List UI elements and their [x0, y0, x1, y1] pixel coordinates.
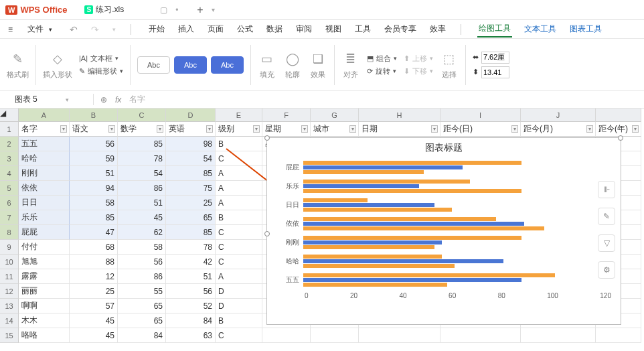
cell[interactable]: 啊啊: [19, 299, 70, 313]
cell[interactable]: 62: [118, 225, 166, 240]
row-header[interactable]: 2: [0, 137, 19, 151]
cell[interactable]: 木木: [19, 313, 70, 328]
cell[interactable]: 45: [70, 328, 118, 343]
chart-title[interactable]: 图表标题: [267, 138, 621, 158]
cell[interactable]: 78: [166, 240, 216, 255]
chart-bar[interactable]: [303, 189, 521, 193]
cell[interactable]: 65: [118, 299, 166, 313]
cell[interactable]: 54: [118, 166, 166, 181]
cell[interactable]: [596, 328, 641, 343]
chart-bar[interactable]: [303, 245, 434, 249]
row-header[interactable]: 9: [0, 240, 19, 255]
filter-icon[interactable]: ▽: [598, 234, 615, 252]
shape-style-gallery[interactable]: Abc Abc Abc: [137, 56, 244, 74]
chart-bar[interactable]: [303, 184, 419, 188]
select-button[interactable]: ⬚选择: [440, 50, 459, 80]
move-up-button[interactable]: ⬆上移▾: [404, 54, 433, 64]
cell[interactable]: A: [216, 166, 262, 181]
table-header[interactable]: 距今(日): [440, 122, 521, 137]
cell[interactable]: 哈哈: [19, 151, 70, 166]
cell[interactable]: 25: [166, 196, 216, 210]
chart-bar[interactable]: [303, 283, 447, 287]
row-header[interactable]: 1: [0, 122, 19, 137]
row-header[interactable]: 14: [0, 313, 19, 328]
cell[interactable]: 刚刚: [19, 166, 70, 181]
cell[interactable]: 58: [118, 240, 166, 255]
cell[interactable]: 日日: [19, 196, 70, 210]
cell[interactable]: 45: [118, 210, 166, 225]
cell[interactable]: 屁屁: [19, 225, 70, 240]
cell[interactable]: 乐乐: [19, 210, 70, 225]
name-box[interactable]: 图表 5 ▾: [0, 94, 94, 105]
row-header[interactable]: 11: [0, 269, 19, 284]
row-header[interactable]: 12: [0, 284, 19, 299]
chart-handle[interactable]: [264, 135, 270, 141]
edit-icon[interactable]: ✎: [598, 208, 615, 225]
document-tab[interactable]: S 练习.xls ▢ •: [79, 1, 183, 18]
align-button[interactable]: ≣对齐: [341, 50, 360, 80]
cell[interactable]: C: [216, 255, 262, 269]
cell[interactable]: 55: [118, 284, 166, 299]
chart-plot-area[interactable]: 屁屁乐乐日日依依刚刚哈哈五五020406080100120: [267, 158, 621, 306]
col-header-A[interactable]: A: [19, 109, 70, 122]
menu-formula[interactable]: 公式: [236, 22, 254, 36]
width-input[interactable]: ⬌: [473, 52, 509, 64]
cell[interactable]: 68: [70, 240, 118, 255]
menu-view[interactable]: 视图: [324, 22, 343, 36]
table-header[interactable]: 日期: [359, 122, 440, 137]
table-header[interactable]: 城市: [311, 122, 359, 137]
settings-icon[interactable]: ⚙: [598, 261, 615, 279]
cell[interactable]: 58: [70, 196, 118, 210]
table-header[interactable]: 英语: [166, 122, 216, 137]
cell[interactable]: 63: [166, 328, 216, 343]
spreadsheet[interactable]: ◢ 123456789101112131415 ABCDEFGHIJ 名字语文数…: [0, 109, 644, 343]
outline-button[interactable]: ◯轮廓: [283, 50, 302, 80]
chart-bar[interactable]: [303, 180, 470, 184]
menu-page[interactable]: 页面: [206, 22, 225, 36]
menu-data[interactable]: 数据: [265, 22, 284, 36]
cell[interactable]: 旭旭: [19, 255, 70, 269]
menu-text-tool[interactable]: 文本工具: [523, 22, 558, 36]
cell[interactable]: [311, 328, 359, 343]
cell[interactable]: 丽丽: [19, 284, 70, 299]
cell[interactable]: A: [216, 269, 262, 284]
chart-bar[interactable]: [303, 161, 521, 165]
chart-bar[interactable]: [303, 203, 434, 207]
row-header[interactable]: 4: [0, 166, 19, 181]
cell[interactable]: 85: [166, 166, 216, 181]
cell[interactable]: A: [216, 196, 262, 210]
cell[interactable]: C: [216, 240, 262, 255]
cell[interactable]: 85: [166, 225, 216, 240]
cell[interactable]: 露露: [19, 269, 70, 284]
col-header-H[interactable]: H: [359, 109, 440, 122]
shape-style-2[interactable]: Abc: [174, 56, 207, 74]
cell[interactable]: [440, 328, 521, 343]
tab-dot-icon[interactable]: •: [175, 5, 178, 15]
col-header-k[interactable]: [596, 109, 641, 122]
cell[interactable]: 54: [166, 151, 216, 166]
cell[interactable]: D: [216, 299, 262, 313]
redo-button[interactable]: ↷: [90, 23, 100, 36]
cell[interactable]: 56: [118, 255, 166, 269]
menu-vip[interactable]: 会员专享: [383, 22, 418, 36]
fill-button[interactable]: ▭填充: [258, 50, 276, 80]
cell[interactable]: 57: [70, 299, 118, 313]
cell[interactable]: C: [216, 225, 262, 240]
cell[interactable]: C: [216, 151, 262, 166]
menu-start[interactable]: 开始: [147, 22, 166, 36]
cell[interactable]: 咯咯: [19, 328, 70, 343]
col-header-C[interactable]: C: [118, 109, 166, 122]
cell[interactable]: 59: [70, 151, 118, 166]
cell[interactable]: A: [216, 181, 262, 196]
chart-bar[interactable]: [303, 217, 496, 221]
cell[interactable]: 75: [166, 181, 216, 196]
menu-efficiency[interactable]: 效率: [428, 22, 447, 36]
height-input[interactable]: ⬍: [473, 66, 509, 78]
name-box-dropdown-icon[interactable]: ▾: [47, 96, 88, 103]
chart-bar[interactable]: [303, 226, 544, 230]
col-header-D[interactable]: D: [166, 109, 216, 122]
cell[interactable]: 84: [118, 328, 166, 343]
row-header[interactable]: 13: [0, 299, 19, 313]
text-box-button[interactable]: |A|文本框▾: [79, 54, 123, 64]
cell[interactable]: 45: [70, 313, 118, 328]
